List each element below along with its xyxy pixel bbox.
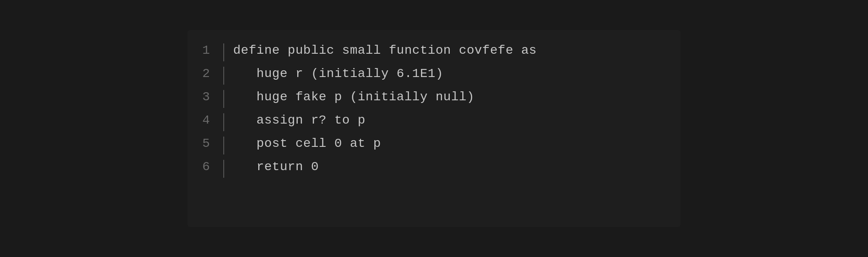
- line-number-1: 1: [187, 43, 223, 57]
- code-line-4: 4 assign r? to p: [187, 111, 681, 134]
- line-number-4: 4: [187, 113, 223, 127]
- line-content-3: huge fake p (initially null): [224, 90, 474, 104]
- line-content-5: post cell 0 at p: [224, 137, 381, 150]
- line-number-5: 5: [187, 137, 223, 150]
- line-content-4: assign r? to p: [224, 113, 365, 127]
- line-content-6: return 0: [224, 160, 319, 174]
- code-line-6: 6 return 0: [187, 157, 681, 180]
- code-line-2: 2 huge r (initially 6.1E1): [187, 64, 681, 87]
- line-content-1: define public small function covfefe as: [224, 43, 537, 57]
- line-number-6: 6: [187, 160, 223, 174]
- line-number-2: 2: [187, 67, 223, 81]
- code-line-3: 3 huge fake p (initially null): [187, 87, 681, 111]
- line-content-2: huge r (initially 6.1E1): [224, 67, 443, 81]
- line-number-3: 3: [187, 90, 223, 104]
- code-line-5: 5 post cell 0 at p: [187, 134, 681, 157]
- code-editor: 1 define public small function covfefe a…: [187, 30, 681, 227]
- code-line-1: 1 define public small function covfefe a…: [187, 41, 681, 64]
